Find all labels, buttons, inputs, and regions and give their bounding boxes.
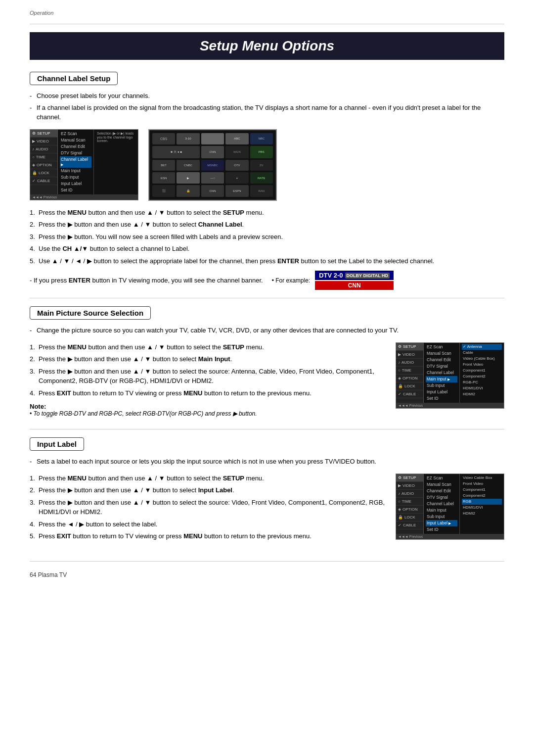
menu-manualscan: Manual Scan xyxy=(60,137,91,143)
section1-header: Channel Label Setup xyxy=(30,72,118,85)
section1-enter-note: - If you press ENTER button in TV viewin… xyxy=(30,271,504,290)
section3-bullets: Sets a label to each input source or let… xyxy=(30,457,504,467)
bullet-2: If a channel label is provided on the si… xyxy=(30,103,504,122)
section-main-picture: Main Picture Source Selection Change the… xyxy=(30,306,504,421)
ilr-video: Video Cable Box xyxy=(462,475,502,481)
step1-5: 5. Use ▲ / ▼ / ◄ / ▶ button to select th… xyxy=(30,256,504,266)
section3-header: Input Label xyxy=(30,437,84,451)
tv-cell: CNBC xyxy=(177,160,199,171)
il-option: ◈OPTION xyxy=(396,506,423,514)
section2-steps-and-menu: 1. Press the MENU button and then use ▲ … xyxy=(30,342,504,422)
tv-cell: PBS xyxy=(250,146,273,158)
step1-1: 1. Press the MENU button and then use ▲ … xyxy=(30,208,504,218)
mi-cable: ✓CABLE xyxy=(396,390,423,398)
section2-note: Note: • To toggle RGB-DTV and RGB-PC, se… xyxy=(30,403,386,417)
step3-3: 3. Press the ▶ button and then use ▲ / ▼… xyxy=(30,498,386,517)
tv-cell: RATE xyxy=(250,172,273,184)
main-input-content: EZ Scan Manual Scan Channel Edit DTV Sig… xyxy=(424,343,459,403)
il-audio: ♪AUDIO xyxy=(396,490,423,498)
tv-cell: OTV xyxy=(225,160,248,171)
main-input-right: ✓ Antenna Cable Video (Cable Box) Front … xyxy=(459,343,504,403)
step2-1: 1. Press the MENU button and then use ▲ … xyxy=(30,342,386,352)
mr-frontvideo: Front Video xyxy=(462,362,502,368)
note-content: • To toggle RGB-DTV and RGB-PC, select R… xyxy=(30,410,386,417)
section1-screenshots: ⚙SETUP ▶VIDEO ♪AUDIO ○TIME ◈OPTION xyxy=(30,129,504,201)
mi-channeledit: Channel Edit xyxy=(426,357,457,363)
il-right: Video Cable Box Front Video Component1 C… xyxy=(459,474,504,534)
note-label: Note: xyxy=(30,403,386,410)
mi-video: ▶VIDEO xyxy=(396,351,423,359)
menu-content: EZ Scan Manual Scan Channel Edit DTV Sig… xyxy=(58,130,93,194)
il-dtvsignal: DTV Signal xyxy=(426,494,457,501)
mr-cable: Cable xyxy=(462,350,502,356)
il-manualscan: Manual Scan xyxy=(426,481,457,488)
tv-cell: ● xyxy=(225,172,248,184)
ilr-comp2: Component2 xyxy=(462,493,502,499)
section-input-label: Input Label Sets a label to each input s… xyxy=(30,437,504,546)
bullet-1: Choose preset labels for your channels. xyxy=(30,91,504,101)
tv-cell: CBS xyxy=(152,133,175,144)
tv-cell: ESN xyxy=(152,172,175,184)
il-bottom-bar: ◄◄◄ Previous xyxy=(396,534,504,539)
tv-cell: ★ 大 ● ■ xyxy=(152,146,200,158)
menu-maininput: Main Input xyxy=(60,168,91,174)
il-inputlabel: Input Label xyxy=(426,520,457,526)
step2-4: 4. Press EXIT button to return to TV vie… xyxy=(30,388,386,398)
step1-2: 2. Press the ▶ button and then use ▲ / ▼… xyxy=(30,220,504,230)
menu-channellabel: Channel Label xyxy=(60,156,91,168)
mi-setid: Set ID xyxy=(426,395,457,402)
dtv-text: DTV 2-0 xyxy=(319,272,343,279)
mi-inputlabel: Input Label xyxy=(426,389,457,395)
section2-header: Main Picture Source Selection xyxy=(30,306,151,320)
tv-cell: ESPN xyxy=(225,185,248,196)
il-ezscan: EZ Scan xyxy=(426,475,457,481)
tv-cell: WGN xyxy=(225,146,248,158)
tv-cell: BET xyxy=(152,160,175,171)
mi-option: ◈OPTION xyxy=(396,375,423,382)
il-video: ▶VIDEO xyxy=(396,482,423,490)
bullet-s3-1: Sets a label to each input source or let… xyxy=(30,457,504,467)
channel-label-menu-left: ⚙SETUP ▶VIDEO ♪AUDIO ○TIME ◈OPTION xyxy=(30,129,138,200)
tv-cell: CNN xyxy=(201,146,224,158)
il-content: EZ Scan Manual Scan Channel Edit DTV Sig… xyxy=(424,474,459,534)
sidebar-lock: 🔒LOCK xyxy=(30,169,57,177)
dtv-badge: DTV 2-0 DOLBY DIGITAL HD xyxy=(315,271,394,280)
menu-channeledit: Channel Edit xyxy=(60,143,91,150)
input-label-menu: ⚙SETUP ▶VIDEO ♪AUDIO ○TIME ◈OPTION 🔒LOCK… xyxy=(396,473,504,540)
tv-cell: 3-10 xyxy=(177,133,199,144)
section2-steps-col: 1. Press the MENU button and then use ▲ … xyxy=(30,342,386,422)
menu-setid: Set ID xyxy=(60,187,91,193)
main-input-sidebar: ⚙SETUP ▶VIDEO ♪AUDIO ○TIME ◈OPTION 🔒LOCK… xyxy=(396,343,424,403)
il-channellabel: Channel Label xyxy=(426,501,457,507)
mr-video-cb: Video (Cable Box) xyxy=(462,356,502,362)
step2-3: 3. Press the ▶ button and then use ▲ / ▼… xyxy=(30,367,386,386)
sidebar-video: ▶VIDEO xyxy=(30,138,57,145)
section-channel-label: Channel Label Setup Choose preset labels… xyxy=(30,72,504,290)
mi-lock: 🔒LOCK xyxy=(396,382,423,390)
mi-manualscan: Manual Scan xyxy=(426,350,457,357)
step3-4: 4. Press the ◄ / ▶ button to select the … xyxy=(30,520,386,529)
tv-cell: —○ xyxy=(201,172,224,184)
mr-antenna: ✓ Antenna xyxy=(462,344,502,350)
tv-cell: ⬛ xyxy=(152,185,175,196)
mi-channellabel: Channel Label xyxy=(426,370,457,376)
il-lock: 🔒LOCK xyxy=(396,514,423,521)
il-sidebar: ⚙SETUP ▶VIDEO ♪AUDIO ○TIME ◈OPTION 🔒LOCK… xyxy=(396,474,424,534)
section3-steps: 1. Press the MENU button and then use ▲ … xyxy=(30,473,386,541)
sidebar-option: ◈OPTION xyxy=(30,161,57,169)
section3-steps-col: 1. Press the MENU button and then use ▲ … xyxy=(30,473,386,546)
mi-setup: ⚙SETUP xyxy=(396,343,423,351)
il-setup: ⚙SETUP xyxy=(396,474,423,482)
section1-steps: 1. Press the MENU button and then use ▲ … xyxy=(30,208,504,266)
bullet-s2-1: Change the picture source so you can wat… xyxy=(30,326,504,335)
mi-maininput: Main Input xyxy=(426,376,457,382)
mr-rgbpc: RGB-PC xyxy=(462,379,502,385)
menu-ezscan: EZ Scan xyxy=(60,131,91,137)
mi-subinput: Sub Input xyxy=(426,382,457,389)
sidebar-setup: ⚙SETUP xyxy=(30,130,57,138)
step3-1: 1. Press the MENU button and then use ▲ … xyxy=(30,473,386,483)
tv-cell: RAN xyxy=(250,185,273,196)
operation-label: Operation xyxy=(30,10,504,16)
page-title: Setup Menu Options xyxy=(30,32,504,60)
step3-2: 2. Press the ▶ button and then use ▲ / ▼… xyxy=(30,485,386,495)
